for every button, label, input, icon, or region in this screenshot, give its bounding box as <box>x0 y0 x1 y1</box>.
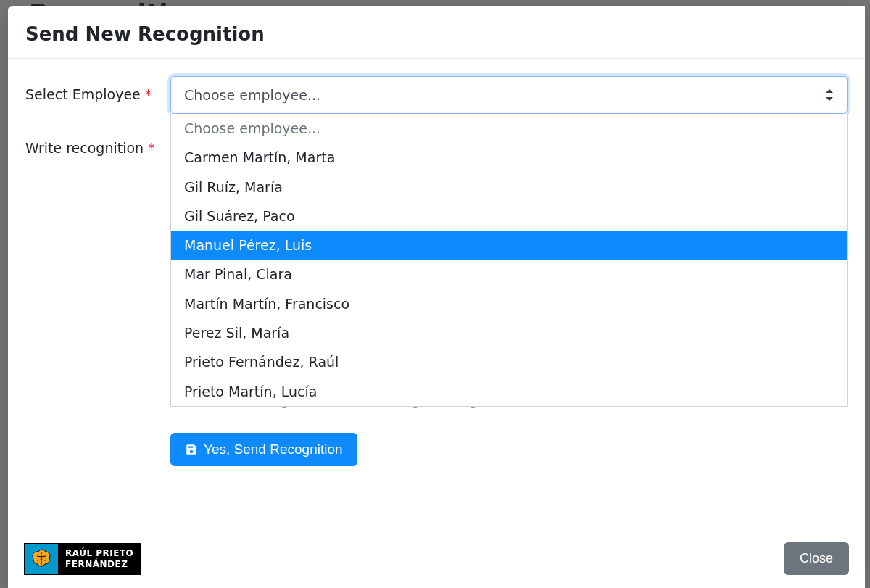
brain-icon <box>25 544 58 574</box>
send-recognition-button[interactable]: Yes, Send Recognition <box>170 433 357 466</box>
recognition-label: Write recognition * <box>25 130 170 159</box>
required-mark: * <box>148 140 155 156</box>
brand-text: RAÚL PRIETO FERNÁNDEZ <box>58 544 141 574</box>
chevron-sort-icon <box>825 89 834 101</box>
employee-label-text: Select Employee <box>25 86 141 102</box>
brand-line2: FERNÁNDEZ <box>65 559 133 569</box>
recognition-label-text: Write recognition <box>25 140 144 156</box>
employee-option[interactable]: Prieto Fernández, Raúl <box>171 347 847 376</box>
brand-line1: RAÚL PRIETO <box>65 548 133 558</box>
required-mark: * <box>145 86 152 102</box>
employee-option[interactable]: Gil Ruíz, María <box>171 173 847 202</box>
employee-option[interactable]: Manuel Pérez, Luis <box>171 231 847 260</box>
close-button[interactable]: Close <box>784 542 849 575</box>
employee-option[interactable]: Perez Sil, María <box>171 318 847 347</box>
employee-select-value: Choose employee... <box>184 87 320 103</box>
employee-option[interactable]: Martín Martín, Francisco <box>171 289 847 318</box>
employee-field: Choose employee... Choose employee...Car… <box>170 76 848 114</box>
employee-option[interactable]: Gil Suárez, Paco <box>171 202 847 231</box>
modal-title: Send New Recognition <box>25 23 848 45</box>
modal-footer: RAÚL PRIETO FERNÁNDEZ Close <box>8 529 865 588</box>
employee-label: Select Employee * <box>25 76 170 105</box>
send-recognition-modal: Send New Recognition Select Employee * C… <box>8 6 865 588</box>
save-icon <box>185 443 198 456</box>
employee-dropdown[interactable]: Choose employee...Carmen Martín, MartaGi… <box>170 114 848 407</box>
employee-select[interactable]: Choose employee... <box>170 76 848 114</box>
modal-body: Select Employee * Choose employee... Cho… <box>8 59 865 529</box>
employee-option[interactable]: Prieto Martín, Lucía <box>171 377 847 406</box>
employee-row: Select Employee * Choose employee... Cho… <box>25 76 848 114</box>
brand-badge: RAÚL PRIETO FERNÁNDEZ <box>24 543 141 575</box>
send-recognition-label: Yes, Send Recognition <box>204 442 343 457</box>
employee-option[interactable]: Choose employee... <box>171 114 847 143</box>
employee-option[interactable]: Mar Pinal, Clara <box>171 260 847 289</box>
modal-header: Send New Recognition <box>8 6 865 59</box>
employee-option[interactable]: Carmen Martín, Marta <box>171 143 847 172</box>
